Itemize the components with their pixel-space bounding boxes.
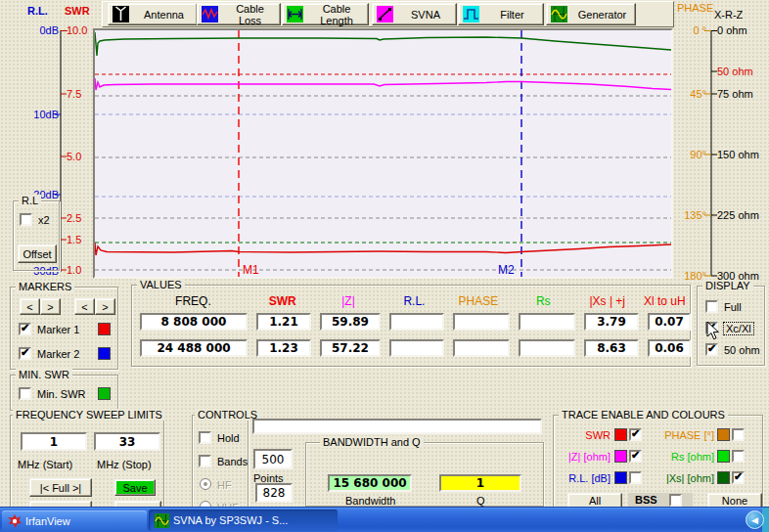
rl-x2-label: x2 — [38, 214, 50, 226]
collapse-icon: ◀ — [751, 515, 758, 525]
svna-task-icon — [155, 513, 169, 528]
save-button[interactable]: Save — [114, 479, 156, 496]
marker1-checkbox[interactable] — [19, 323, 31, 335]
irfanview-icon — [8, 514, 22, 528]
hold-checkbox[interactable] — [199, 431, 211, 444]
svna-button-label: SVNA — [399, 9, 452, 21]
trace--xs-ohm- — [95, 32, 671, 56]
freq-stop-input[interactable]: 33 — [94, 432, 160, 451]
value-freq-m1: 8 808 000 — [140, 313, 248, 331]
trace-z-checkbox[interactable] — [629, 450, 642, 463]
trace-swr-checkbox[interactable] — [629, 428, 642, 441]
trace-rs-label: Rs [ohm] — [654, 451, 714, 463]
bands-checkbox[interactable] — [199, 455, 211, 467]
marker1-color-swatch — [98, 323, 111, 335]
ohm-tick-150: 150 ohm — [717, 149, 759, 160]
mouse-cursor — [706, 322, 720, 341]
marker1-next-button[interactable]: > — [40, 298, 61, 315]
swr-tick-1: 1.0 — [67, 264, 81, 276]
offset-button[interactable]: Offset — [18, 244, 57, 263]
swr-tick-2-5: 2.5 — [67, 212, 81, 224]
value-phase-m2 — [453, 339, 510, 357]
values-header-rl: R.L. — [387, 294, 441, 308]
display-50ohm-checkbox[interactable] — [705, 343, 718, 356]
antenna-button[interactable]: Antenna — [108, 3, 198, 25]
min-swr-checkbox[interactable] — [19, 387, 31, 400]
freq-stop-label: MHz (Stop) — [97, 459, 152, 470]
toolbar: Antenna Cable Loss Cable Length SVNA Fil… — [102, 1, 674, 27]
marker2-next-button[interactable]: > — [95, 298, 115, 315]
points2-input[interactable]: 828 — [255, 483, 293, 503]
marker-label-M2: M2 — [498, 263, 515, 277]
svna-button[interactable]: SVNA — [372, 3, 457, 25]
marker2-checkbox[interactable] — [19, 347, 31, 360]
hf-radio[interactable] — [200, 478, 211, 490]
taskbar-svna-label: SVNA by SP3SWJ - S... — [173, 514, 288, 526]
rl-x2-checkbox[interactable] — [20, 213, 32, 226]
cable-length-button-label: Cable Length — [309, 3, 364, 26]
values-group-title: VALUES — [137, 279, 185, 290]
marker2-label: Marker 2 — [37, 348, 79, 360]
trace-rs-checkbox[interactable] — [732, 450, 745, 463]
taskbar-irfanview-button[interactable]: IrfanView — [2, 510, 147, 531]
min-swr-group-title: MIN. SWR — [16, 369, 72, 380]
rl-offset-group-title: R.L — [19, 195, 41, 206]
trace-phase-checkbox[interactable] — [732, 428, 745, 441]
status-input[interactable] — [252, 419, 542, 434]
generator-button[interactable]: Generator — [546, 3, 636, 25]
value-xl-m1: 0.07 — [648, 313, 691, 331]
ohm-tick-50: 50 ohm — [717, 66, 753, 77]
marker1-prev-button[interactable]: < — [20, 298, 40, 315]
phase-tick-0: 0 ° — [677, 24, 706, 36]
values-header-swr: SWR — [255, 294, 309, 308]
swr-tick-10: 10.0 — [67, 24, 87, 36]
trace-rl-swatch — [614, 471, 627, 484]
freq-start-input[interactable]: 1 — [21, 432, 87, 451]
sweep-chart-canvas: M1M2 — [95, 30, 671, 277]
trace-rl-checkbox[interactable] — [629, 471, 642, 484]
right-axis-line — [704, 30, 718, 277]
trace-enable-group: TRACE ENABLE AND COLOURS SWR PHASE [°] |… — [553, 415, 763, 509]
trace-phase-swatch — [717, 428, 730, 441]
antenna-button-label: Antenna — [135, 9, 193, 21]
min-swr-color-swatch — [98, 387, 111, 400]
sweep-chart[interactable]: M1M2 — [93, 28, 673, 279]
trace-swr-swatch — [614, 428, 627, 441]
bss-checkbox[interactable] — [669, 494, 682, 507]
trace-z-swatch — [614, 450, 627, 463]
cable-loss-button[interactable]: Cable Loss — [197, 3, 281, 25]
full-span-button[interactable]: |< Full >| — [29, 478, 92, 497]
display-xcxl-label: Xc/Xl — [724, 323, 753, 334]
trace-swr-label: SWR — [554, 429, 611, 441]
display-full-checkbox[interactable] — [705, 300, 718, 313]
bands-label: Bands — [217, 456, 248, 467]
min-swr-group: MIN. SWR Min. SWR — [10, 375, 118, 411]
svna-app-window: R.L. SWR Antenna Cable Loss Cable Length… — [0, 0, 769, 532]
q-field: 1 — [439, 474, 521, 492]
sweep-limits-group: FREQUENCY SWEEP LIMITS 1 33 MHz (Start) … — [10, 415, 164, 509]
markers-group: MARKERS < > < > Marker 1 Marker 2 — [10, 287, 118, 370]
trace-z-label: |Z| [ohm] — [554, 451, 611, 463]
taskbar-collapse-button[interactable]: ◀ — [746, 510, 764, 529]
marker2-color-swatch — [98, 347, 111, 360]
filter-icon — [463, 6, 479, 22]
value-xs-m1: 3.79 — [584, 313, 639, 331]
points-input[interactable]: 500 — [253, 449, 293, 469]
phase-tick-90: 90° — [677, 149, 706, 160]
trace-xs-checkbox[interactable] — [732, 471, 745, 484]
cable-length-button[interactable]: Cable Length — [282, 3, 369, 25]
marker2-prev-button[interactable]: < — [74, 298, 95, 315]
freq-start-label: MHz (Start) — [18, 459, 72, 470]
bandwidth-group: BANDWIDTH and Q 15 680 000 Bandwidth 1 Q — [305, 442, 544, 507]
trace-rl-label: R.L. [dB] — [554, 472, 611, 484]
trace-phase-label: PHASE [°] — [654, 429, 714, 441]
values-header-rs: Rs — [516, 294, 571, 308]
values-header-phase: PHASE — [450, 294, 506, 308]
swr-tick-1-5: 1.5 — [67, 234, 81, 245]
phase-tick-45: 45° — [677, 88, 706, 100]
taskbar-svna-button[interactable]: SVNA by SP3SWJ - S... — [149, 510, 338, 531]
bandwidth-label: Bandwidth — [345, 495, 395, 507]
value-z-m1: 59.89 — [320, 313, 381, 331]
filter-button[interactable]: Filter — [458, 3, 544, 25]
value-xl-m2: 0.06 — [648, 339, 691, 357]
